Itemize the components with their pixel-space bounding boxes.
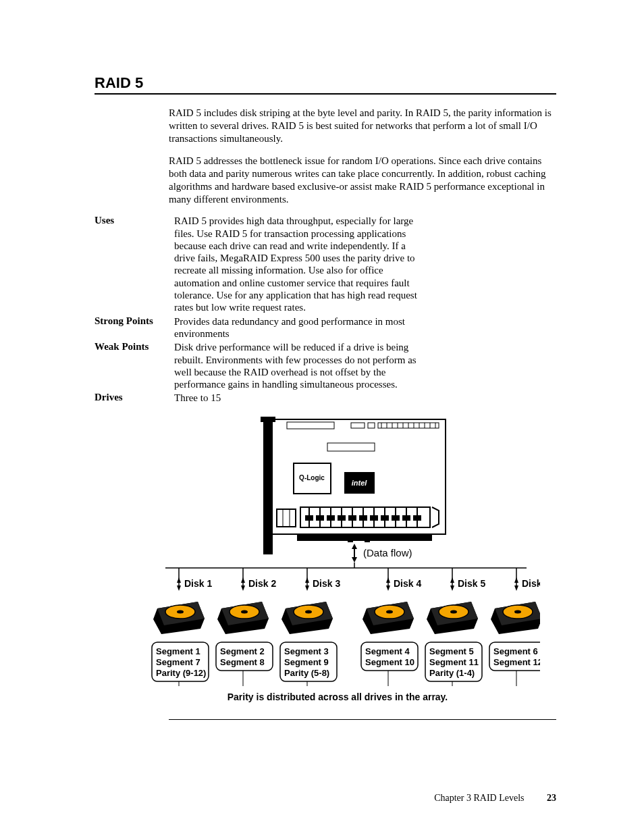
disk-column: Disk 2Segment 2Segment 8 (216, 568, 276, 686)
segment-label: Segment 3 (284, 646, 329, 656)
svg-rect-21 (277, 509, 296, 527)
svg-marker-55 (177, 577, 181, 583)
svg-rect-36 (305, 515, 313, 521)
diagram-chip-qlogic: Q-Logic (299, 474, 325, 481)
controller-card: Q-Logic intel (261, 417, 446, 554)
disk-column: Disk 1Segment 1Segment 7Parity (9-12) (152, 568, 212, 686)
data-flow-arrow-icon (352, 544, 357, 563)
weak-points-body: Disk drive performance will be reduced i… (174, 341, 417, 390)
segment-label: Segment 7 (156, 657, 200, 667)
disk-column: Disk 3Segment 3Segment 9Parity (5-8) (280, 568, 340, 686)
svg-marker-56 (177, 585, 181, 591)
disk-column: Disk 4Segment 4Segment 10 (361, 568, 421, 686)
disk-drive-icon (427, 602, 478, 634)
intro-paragraph-2: RAID 5 addresses the bottleneck issue fo… (169, 155, 556, 205)
svg-marker-85 (514, 577, 518, 583)
svg-rect-49 (365, 540, 370, 542)
svg-marker-61 (241, 577, 245, 583)
drives-label: Drives (95, 392, 174, 404)
svg-rect-40 (348, 515, 356, 521)
svg-point-88 (514, 610, 521, 613)
svg-marker-68 (305, 585, 309, 591)
svg-rect-42 (370, 515, 378, 521)
svg-rect-48 (348, 540, 353, 542)
svg-rect-43 (381, 515, 389, 521)
svg-marker-86 (514, 585, 518, 591)
segment-label: Segment 8 (220, 657, 265, 667)
svg-rect-18 (327, 443, 375, 451)
strong-points-body: Provides data redundancy and good perfor… (174, 315, 417, 340)
segment-label: Segment 10 (365, 657, 414, 667)
segment-label: Segment 1 (156, 646, 200, 656)
disk-drive-icon (153, 602, 205, 634)
svg-rect-44 (392, 515, 400, 521)
svg-rect-2 (261, 417, 275, 422)
disk-drive-icon (363, 602, 414, 634)
svg-rect-1 (263, 419, 273, 554)
svg-point-64 (241, 610, 248, 613)
svg-marker-52 (352, 557, 357, 563)
strong-points-label: Strong Points (95, 315, 174, 340)
weak-points-label: Weak Points (95, 341, 174, 390)
segment-label: Segment 4 (365, 646, 410, 656)
footer-page-number: 23 (547, 793, 556, 803)
disk-label: Disk 2 (248, 578, 276, 589)
disk-drive-icon (281, 602, 333, 634)
intro-paragraph-1: RAID 5 includes disk striping at the byt… (169, 107, 556, 145)
disk-drive-icon (491, 602, 540, 634)
svg-marker-67 (305, 577, 309, 583)
uses-body: RAID 5 provides high data throughput, es… (174, 215, 417, 313)
svg-rect-5 (368, 423, 375, 428)
disk-label: Disk 3 (313, 578, 340, 589)
svg-point-58 (177, 610, 184, 613)
svg-rect-4 (351, 423, 365, 428)
svg-point-82 (450, 610, 457, 613)
disk-drive-icon (217, 602, 269, 634)
svg-marker-80 (450, 585, 454, 591)
segment-label: Parity (1-4) (429, 668, 475, 678)
disk-label: Disk 6 (522, 578, 540, 589)
disk-label: Disk 4 (394, 578, 421, 589)
segment-label: Segment 11 (429, 657, 479, 667)
svg-marker-74 (386, 585, 390, 591)
data-flow-label: (Data flow) (363, 547, 412, 558)
segment-label: Segment 5 (429, 646, 474, 656)
svg-rect-39 (338, 515, 346, 521)
drives-body: Three to 15 (174, 392, 417, 404)
segment-label: Segment 9 (284, 657, 329, 667)
segment-label: Parity (9-12) (156, 668, 206, 678)
raid5-diagram: Q-Logic intel (128, 413, 556, 712)
diagram-chip-intel: intel (352, 479, 368, 487)
svg-marker-62 (241, 585, 245, 591)
uses-label: Uses (95, 215, 174, 313)
disk-column: Disk 5Segment 5Segment 11Parity (1-4) (425, 568, 485, 686)
section-heading: RAID 5 (95, 74, 556, 95)
svg-marker-79 (450, 577, 454, 583)
svg-rect-38 (327, 515, 335, 521)
segment-label: Segment 12 (493, 657, 540, 667)
svg-point-70 (305, 610, 312, 613)
disk-label: Disk 5 (458, 578, 485, 589)
segment-label: Segment 6 (493, 646, 538, 656)
svg-marker-51 (352, 544, 357, 549)
svg-rect-45 (402, 515, 410, 521)
section-rule (169, 719, 556, 720)
segment-label: Parity (5-8) (284, 668, 329, 678)
footer-chapter: Chapter 3 RAID Levels (434, 793, 524, 803)
svg-point-76 (386, 610, 393, 613)
disk-column: Disk 6Segment 6Segment 12 (489, 568, 540, 686)
svg-rect-41 (359, 515, 367, 521)
svg-rect-37 (316, 515, 324, 521)
diagram-caption: Parity is distributed across all drives … (227, 692, 448, 702)
svg-rect-46 (413, 515, 421, 521)
disk-label: Disk 1 (184, 578, 212, 589)
segment-label: Segment 2 (220, 646, 265, 656)
svg-rect-3 (287, 422, 334, 429)
svg-marker-73 (386, 577, 390, 583)
